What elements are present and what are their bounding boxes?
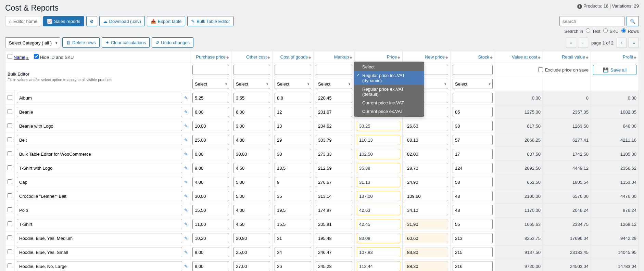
row-pp-input[interactable] [192, 177, 229, 187]
clear-calculations-button[interactable]: ✦ Clear calculations [102, 37, 150, 48]
row-pp-input[interactable] [192, 233, 229, 243]
row-mk-input[interactable] [316, 247, 352, 257]
row-oc-input[interactable] [233, 233, 270, 243]
row-checkbox[interactable] [8, 123, 12, 128]
row-mk-input[interactable] [316, 233, 352, 243]
row-oc-input[interactable] [233, 247, 270, 257]
edit-icon[interactable]: ✎ [184, 222, 188, 227]
row-checkbox[interactable] [8, 151, 12, 156]
row-name-input[interactable] [17, 149, 182, 159]
row-price-input[interactable] [357, 149, 400, 159]
row-oc-input[interactable] [233, 163, 270, 173]
row-stock-input[interactable] [453, 163, 493, 173]
edit-icon[interactable]: ✎ [184, 152, 188, 157]
edit-icon[interactable]: ✎ [184, 236, 188, 241]
col-price[interactable]: Price◆ [355, 51, 403, 63]
row-stock-input[interactable] [453, 177, 493, 187]
row-pp-input[interactable] [192, 107, 229, 117]
row-oc-input[interactable] [233, 135, 270, 145]
row-mk-input[interactable] [316, 107, 352, 117]
category-select[interactable]: Select Category ( all ) [5, 37, 60, 48]
edit-icon[interactable]: ✎ [184, 109, 188, 115]
row-name-input[interactable] [17, 191, 182, 201]
row-stock-input[interactable] [453, 121, 493, 131]
bulk-other-cost-input[interactable] [233, 65, 270, 75]
row-newprice-input[interactable] [405, 177, 448, 187]
dd-item-reg-inc-vat[interactable]: Regular price inc.VAT (dynamic) [354, 71, 424, 85]
row-cog-input[interactable] [275, 149, 311, 159]
sales-reports-button[interactable]: 📈 Sales reports [43, 16, 84, 26]
row-checkbox[interactable] [8, 263, 12, 268]
row-name-input[interactable] [17, 205, 182, 215]
row-cog-input[interactable] [275, 163, 311, 173]
col-new-price[interactable]: New price◆ [403, 51, 451, 63]
row-newprice-input[interactable] [405, 135, 448, 145]
row-name-input[interactable] [17, 177, 182, 187]
edit-icon[interactable]: ✎ [184, 138, 188, 143]
row-checkbox[interactable] [8, 95, 12, 100]
row-name-input[interactable] [17, 163, 182, 173]
row-mk-input[interactable] [316, 93, 352, 103]
row-pp-input[interactable] [192, 191, 229, 201]
dd-item-select[interactable]: Select [354, 63, 424, 71]
bulk-select-cog[interactable]: Select [275, 79, 311, 89]
row-newprice-input[interactable] [405, 205, 448, 215]
row-price-input[interactable] [357, 177, 400, 187]
row-price-input[interactable] [357, 247, 400, 257]
row-price-input[interactable] [357, 205, 400, 215]
row-checkbox[interactable] [8, 109, 12, 114]
edit-icon[interactable]: ✎ [184, 95, 188, 101]
col-name[interactable]: Name◆ [14, 55, 29, 60]
row-pp-input[interactable] [192, 205, 229, 215]
select-all-checkbox[interactable] [8, 54, 12, 59]
row-name-input[interactable] [17, 247, 182, 257]
row-cog-input[interactable] [275, 191, 311, 201]
row-price-input[interactable] [357, 135, 400, 145]
search-input[interactable] [559, 16, 624, 26]
row-name-input[interactable] [17, 135, 182, 145]
row-cog-input[interactable] [275, 261, 311, 271]
delete-rows-button[interactable]: 🗑 Delete rows [62, 37, 100, 48]
row-mk-input[interactable] [316, 205, 352, 215]
bulk-markup-input[interactable] [316, 65, 352, 75]
row-mk-input[interactable] [316, 261, 352, 271]
row-stock-input[interactable] [453, 261, 493, 271]
search-opt-rows[interactable]: Rows [621, 28, 639, 34]
page-first-button[interactable]: « [566, 38, 576, 48]
bulk-table-editor-button[interactable]: ✎ Bulk Table Editor [187, 16, 233, 26]
edit-icon[interactable]: ✎ [184, 264, 188, 269]
page-prev-button[interactable]: ‹ [578, 38, 588, 48]
row-checkbox[interactable] [8, 249, 12, 254]
row-checkbox[interactable] [8, 165, 12, 170]
hide-id-sku-checkbox[interactable] [34, 54, 39, 59]
row-mk-input[interactable] [316, 135, 352, 145]
search-opt-text[interactable]: Text [586, 28, 600, 34]
row-cog-input[interactable] [275, 233, 311, 243]
edit-icon[interactable]: ✎ [184, 208, 188, 213]
row-stock-input[interactable] [453, 219, 493, 229]
dd-item-cur-inc-vat[interactable]: Current price inc.VAT [354, 99, 424, 107]
row-cog-input[interactable] [275, 107, 311, 117]
row-newprice-input[interactable] [405, 247, 448, 257]
edit-icon[interactable]: ✎ [184, 180, 188, 185]
page-next-button[interactable]: › [617, 38, 627, 48]
row-price-input[interactable] [357, 163, 400, 173]
row-oc-input[interactable] [233, 149, 270, 159]
row-oc-input[interactable] [233, 261, 270, 271]
edit-icon[interactable]: ✎ [184, 194, 188, 199]
row-cog-input[interactable] [275, 177, 311, 187]
row-mk-input[interactable] [316, 121, 352, 131]
undo-changes-button[interactable]: ↺ Undo changes [152, 37, 193, 48]
row-cog-input[interactable] [275, 219, 311, 229]
download-csv-button[interactable]: ☁ Download (.csv) [99, 16, 145, 26]
dd-item-reg-ex-vat[interactable]: Regular price ex.VAT (default) [354, 85, 424, 99]
row-stock-input[interactable] [453, 135, 493, 145]
row-pp-input[interactable] [192, 219, 229, 229]
row-cog-input[interactable] [275, 121, 311, 131]
bulk-stock-input[interactable] [453, 65, 493, 75]
row-newprice-input[interactable] [405, 121, 448, 131]
row-name-input[interactable] [17, 261, 182, 271]
dd-item-cur-ex-vat[interactable]: Current price ex.VAT [354, 107, 424, 116]
bulk-select-st[interactable]: Select [453, 79, 493, 89]
row-stock-input[interactable] [453, 107, 493, 117]
